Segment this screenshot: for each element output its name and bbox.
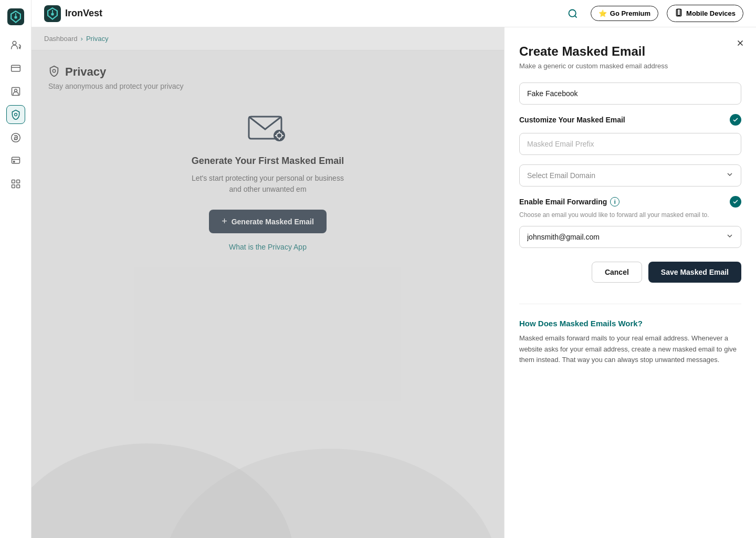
svg-rect-21 xyxy=(16,185,19,188)
svg-point-26 xyxy=(569,9,575,16)
svg-rect-20 xyxy=(12,185,15,188)
search-button[interactable] xyxy=(563,4,582,23)
svg-point-24 xyxy=(51,13,54,15)
sidebar-item-bitcoin[interactable] xyxy=(6,128,25,147)
customize-section-label: Customize Your Masked Email xyxy=(519,116,625,124)
forwarding-toggle[interactable] xyxy=(730,196,741,208)
action-row: Cancel Save Masked Email xyxy=(519,262,741,283)
customize-section-header: Customize Your Masked Email xyxy=(519,114,741,126)
cancel-button[interactable]: Cancel xyxy=(592,262,642,283)
go-premium-label: Go Premium xyxy=(610,9,650,17)
svg-rect-5 xyxy=(11,65,20,71)
svg-point-2 xyxy=(14,16,17,18)
close-panel-button[interactable] xyxy=(733,36,748,50)
svg-point-8 xyxy=(14,89,17,92)
sidebar xyxy=(0,0,32,538)
logo-icon xyxy=(7,8,24,25)
mobile-devices-label: Mobile Devices xyxy=(686,9,736,17)
forwarding-email-select[interactable]: johnsmith@gmail.com john@outlook.com xyxy=(519,226,741,248)
forwarding-label: Enable Email Forwarding xyxy=(519,198,607,206)
logo-mark xyxy=(44,5,61,22)
sidebar-item-people[interactable] xyxy=(6,36,25,55)
sidebar-item-contacts[interactable] xyxy=(6,82,25,101)
svg-point-17 xyxy=(13,161,15,162)
logo: IronVest xyxy=(44,5,102,22)
masked-email-prefix-input[interactable] xyxy=(519,133,741,155)
forwarding-section: Enable Email Forwarding i Choose an emai… xyxy=(519,196,741,248)
svg-rect-19 xyxy=(16,180,19,183)
page-content: Dashboard › Privacy Privacy Stay anonymo… xyxy=(32,27,504,538)
panel-title: Create Masked Email xyxy=(519,44,741,59)
svg-line-27 xyxy=(575,15,577,17)
star-icon: ⭐ xyxy=(598,9,607,17)
domain-select[interactable]: Select Email Domain ironvest.com maskmai… xyxy=(519,164,741,187)
sidebar-item-codes[interactable] xyxy=(6,174,25,193)
customize-toggle[interactable] xyxy=(730,114,741,126)
prefix-input-group xyxy=(519,133,741,155)
right-panel: Create Masked Email Make a generic or cu… xyxy=(504,27,756,538)
svg-rect-29 xyxy=(677,9,680,15)
how-works-title: How Does Masked Emails Work? xyxy=(519,319,741,328)
panel-subtitle: Make a generic or custom masked email ad… xyxy=(519,62,741,70)
mobile-devices-button[interactable]: Mobile Devices xyxy=(667,5,743,22)
domain-select-group: Select Email Domain ironvest.com maskmai… xyxy=(519,164,741,187)
forwarding-desc: Choose an email you would like to forwar… xyxy=(519,211,741,220)
sidebar-item-privacy[interactable] xyxy=(6,105,25,124)
overlay-backdrop xyxy=(32,27,504,538)
label-input-group xyxy=(519,82,741,105)
how-works-section: How Does Masked Emails Work? Masked emai… xyxy=(519,304,741,366)
svg-rect-18 xyxy=(12,180,15,183)
mobile-icon xyxy=(675,8,683,18)
masked-email-label-input[interactable] xyxy=(519,82,741,105)
app-name: IronVest xyxy=(65,8,102,19)
topnav: IronVest ⭐ Go Premium Mobile Devices xyxy=(32,0,756,27)
go-premium-button[interactable]: ⭐ Go Premium xyxy=(591,6,658,21)
save-masked-email-button[interactable]: Save Masked Email xyxy=(648,262,741,283)
how-works-text: Masked emails forward mails to your real… xyxy=(519,333,741,366)
forwarding-info-icon[interactable]: i xyxy=(610,197,620,206)
svg-point-4 xyxy=(13,42,16,45)
sidebar-item-accounts[interactable] xyxy=(6,151,25,170)
forwarding-email-select-group: johnsmith@gmail.com john@outlook.com xyxy=(519,226,741,248)
svg-rect-15 xyxy=(12,157,19,163)
forwarding-header: Enable Email Forwarding i xyxy=(519,196,741,208)
svg-point-9 xyxy=(14,113,17,116)
sidebar-item-cards[interactable] xyxy=(6,59,25,78)
forwarding-label-row: Enable Email Forwarding i xyxy=(519,197,620,206)
